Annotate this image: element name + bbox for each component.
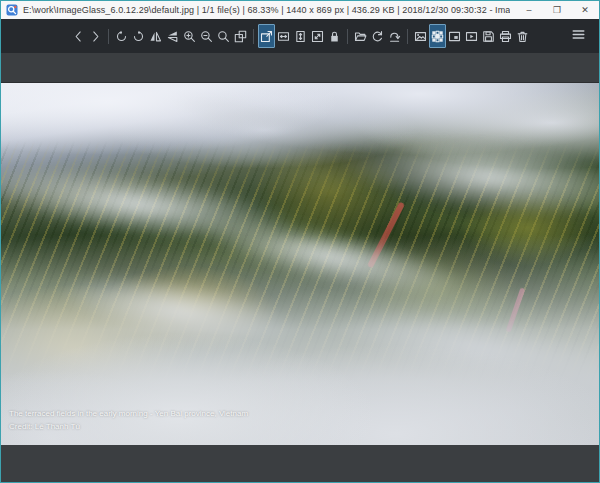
image-viewer-area[interactable]: The terraced fields in the early morning… [1, 53, 599, 482]
zoom-out-button[interactable] [198, 24, 215, 48]
zoom-in-icon [183, 30, 196, 43]
window-fit-icon [234, 30, 247, 43]
auto-zoom-button[interactable] [258, 24, 275, 48]
delete-icon [516, 30, 529, 43]
slideshow-icon [465, 30, 478, 43]
rotate-clockwise-button[interactable] [130, 24, 147, 48]
maximize-button[interactable]: ❐ [543, 1, 571, 19]
save-icon [482, 30, 495, 43]
photo-caption: The terraced fields in the early morning… [9, 407, 248, 433]
lock-icon [328, 30, 341, 43]
window-controls: – ❐ ✕ [515, 1, 599, 19]
checkerboard-icon [431, 30, 444, 43]
auto-zoom-icon [260, 30, 273, 43]
flip-vertical-icon [166, 30, 179, 43]
open-file-button[interactable] [352, 24, 369, 48]
main-menu-button[interactable] [567, 24, 589, 48]
photo-canvas[interactable]: The terraced fields in the early morning… [1, 82, 599, 445]
rotate-left-icon [115, 30, 128, 43]
refresh-button[interactable] [369, 24, 386, 48]
toolbar [1, 19, 599, 53]
scale-fit-icon [311, 30, 324, 43]
imageglass-window: E:\work\ImageGlass_6.0.12.29\default.jpg… [0, 0, 600, 483]
print-image-button[interactable] [497, 24, 514, 48]
caption-line2: Credit: Lê Thanh Tú [9, 420, 248, 433]
scale-height-icon [294, 30, 307, 43]
menu-icon [572, 28, 585, 44]
photo-mist-blobs [1, 83, 599, 445]
chevron-right-icon [89, 30, 102, 43]
actual-size-button[interactable] [215, 24, 232, 48]
window-title: E:\work\ImageGlass_6.0.12.29\default.jpg… [23, 5, 510, 15]
checkered-background-button[interactable] [429, 24, 446, 48]
actual-size-icon [217, 30, 230, 43]
titlebar[interactable]: E:\work\ImageGlass_6.0.12.29\default.jpg… [1, 1, 599, 19]
refresh-icon [371, 30, 384, 43]
scale-to-width-button[interactable] [275, 24, 292, 48]
slideshow-button[interactable] [463, 24, 480, 48]
rotate-right-icon [132, 30, 145, 43]
toolbar-separator [347, 29, 348, 44]
close-button[interactable]: ✕ [571, 1, 599, 19]
chevron-left-icon [72, 30, 85, 43]
scale-width-icon [277, 30, 290, 43]
toolbar-buttons [70, 24, 531, 48]
goto-icon [388, 30, 401, 43]
full-screen-button[interactable] [446, 24, 463, 48]
toolbar-separator [407, 29, 408, 44]
zoom-in-button[interactable] [181, 24, 198, 48]
minimize-button[interactable]: – [515, 1, 543, 19]
rotate-counterclockwise-button[interactable] [113, 24, 130, 48]
save-image-button[interactable] [480, 24, 497, 48]
zoom-out-icon [200, 30, 213, 43]
toolbar-separator [253, 29, 254, 44]
full-screen-icon [448, 30, 461, 43]
lock-zoom-ratio-button[interactable] [326, 24, 343, 48]
print-icon [499, 30, 512, 43]
scale-to-height-button[interactable] [292, 24, 309, 48]
delete-image-button[interactable] [514, 24, 531, 48]
flip-horizontal-icon [149, 30, 162, 43]
goto-image-button[interactable] [386, 24, 403, 48]
scale-to-fit-button[interactable] [309, 24, 326, 48]
flip-vertical-button[interactable] [164, 24, 181, 48]
imageglass-logo-icon[interactable] [6, 4, 18, 16]
open-file-icon [354, 30, 367, 43]
window-fit-button[interactable] [232, 24, 249, 48]
previous-image-button[interactable] [70, 24, 87, 48]
thumbnail-bar-button[interactable] [412, 24, 429, 48]
caption-line1: The terraced fields in the early morning… [9, 407, 248, 420]
thumbnail-icon [414, 30, 427, 43]
flip-horizontal-button[interactable] [147, 24, 164, 48]
next-image-button[interactable] [87, 24, 104, 48]
toolbar-separator [108, 29, 109, 44]
